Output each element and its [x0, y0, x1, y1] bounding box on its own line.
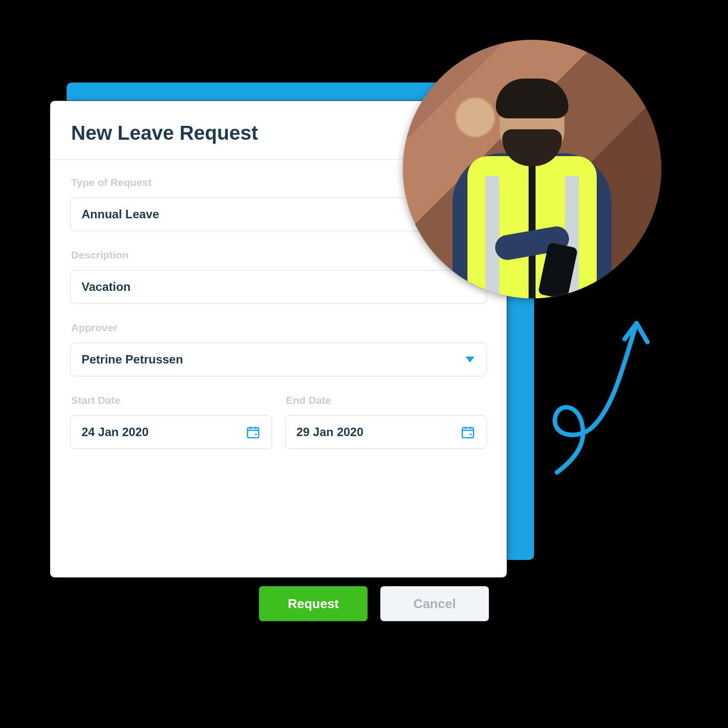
- approver-value: Petrine Petrussen: [82, 353, 183, 366]
- request-button[interactable]: Request: [259, 586, 368, 622]
- request-button-label: Request: [288, 596, 339, 612]
- end-date-label: End Date: [286, 394, 487, 406]
- curly-arrow-icon: [537, 303, 656, 482]
- calendar-icon: [460, 425, 475, 440]
- worker-avatar: [403, 40, 661, 298]
- action-bar: Request Cancel: [259, 586, 489, 622]
- description-label: Description: [71, 249, 487, 261]
- start-date-label: Start Date: [71, 394, 272, 406]
- description-value: Vacation: [82, 280, 131, 294]
- cancel-button-label: Cancel: [413, 596, 455, 612]
- description-input[interactable]: Vacation: [70, 270, 487, 304]
- start-date-input[interactable]: 24 Jan 2020: [70, 415, 272, 449]
- start-date-value: 24 Jan 2020: [82, 425, 149, 439]
- type-value: Annual Leave: [82, 207, 159, 221]
- calendar-icon: [246, 425, 261, 440]
- svg-point-1: [255, 434, 257, 436]
- approver-label: Approver: [71, 322, 487, 334]
- svg-point-3: [470, 434, 472, 436]
- approver-select[interactable]: Petrine Petrussen: [70, 343, 487, 376]
- end-date-input[interactable]: 29 Jan 2020: [285, 415, 487, 449]
- svg-rect-0: [248, 428, 259, 438]
- cancel-button[interactable]: Cancel: [380, 586, 489, 622]
- end-date-value: 29 Jan 2020: [296, 425, 364, 439]
- svg-rect-2: [462, 428, 474, 438]
- chevron-down-icon: [465, 357, 474, 363]
